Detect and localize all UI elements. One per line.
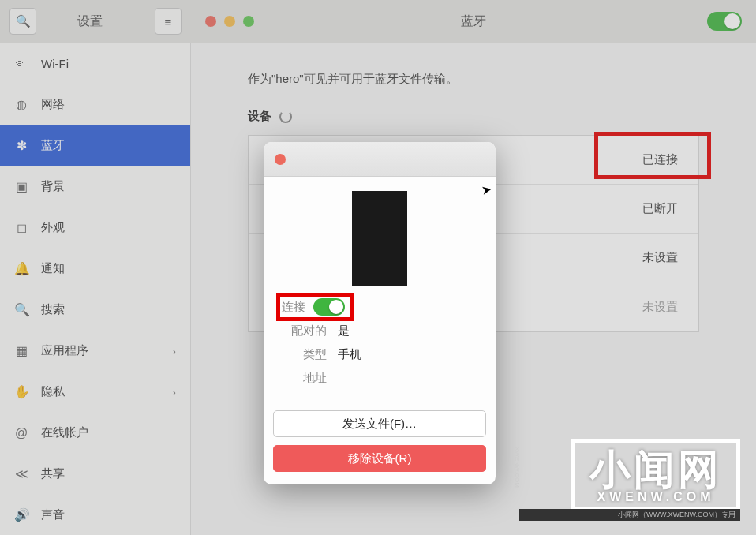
bt-icon: ✽ [14, 138, 28, 153]
settings-title: 设置 [77, 13, 103, 30]
dialog-close-button[interactable] [275, 154, 286, 165]
hand-icon: ✋ [14, 384, 28, 399]
watermark-big: 小闻网 [589, 449, 722, 490]
dialog-actions: 发送文件(F)… 移除设备(R) [264, 404, 496, 484]
devices-label: 设备 [248, 109, 271, 124]
window-controls [205, 16, 254, 27]
sidebar-item-label: 声音 [41, 507, 65, 522]
sidebar-item-globe[interactable]: ◍网络 [0, 84, 190, 125]
visibility-text: 作为"hero"可见并可用于蓝牙文件传输。 [248, 72, 699, 87]
device-status: 已断开 [642, 201, 678, 216]
sidebar: ᯤWi-Fi◍网络✽蓝牙▣背景◻外观🔔通知🔍搜索▦应用程序›✋隐私›@在线帐户≪… [0, 43, 191, 535]
sidebar-item-share[interactable]: ≪共享 [0, 454, 190, 495]
sidebar-item-at[interactable]: @在线帐户 [0, 413, 190, 454]
sidebar-item-label: 在线帐户 [41, 425, 88, 440]
headerbar-right: 蓝牙 [191, 0, 756, 43]
chevron-right-icon: › [172, 345, 176, 357]
search-button[interactable]: 🔍 [9, 8, 36, 35]
highlight-box-connect-toggle: 连接 [276, 293, 354, 321]
image-icon: ▣ [14, 179, 28, 194]
window-minimize-button[interactable] [224, 16, 235, 27]
sidebar-item-label: Wi-Fi [41, 57, 69, 70]
connect-toggle[interactable] [313, 298, 345, 316]
dialog-body: 连接 配对的 是 类型 手机 地址 [264, 177, 496, 404]
sidebar-item-label: 通知 [41, 261, 65, 276]
remove-device-button[interactable]: 移除设备(R) [273, 445, 486, 472]
sidebar-item-apps[interactable]: ▦应用程序› [0, 331, 190, 372]
sidebar-item-hand[interactable]: ✋隐私› [0, 372, 190, 413]
sidebar-item-label: 搜索 [41, 302, 65, 317]
send-file-button[interactable]: 发送文件(F)… [273, 410, 486, 437]
device-properties: 连接 配对的 是 类型 手机 地址 [276, 295, 483, 390]
device-dialog: 连接 配对的 是 类型 手机 地址 发送文件(F)… 移除设备(R) [264, 142, 496, 484]
sidebar-item-label: 网络 [41, 97, 65, 112]
appearance-icon: ◻ [14, 220, 28, 235]
sidebar-item-search[interactable]: 🔍搜索 [0, 290, 190, 331]
window-close-button[interactable] [205, 16, 216, 27]
sidebar-item-bell[interactable]: 🔔通知 [0, 249, 190, 290]
highlight-box-connected [594, 132, 711, 179]
watermark-small: XWENW.COM [589, 490, 722, 504]
toggle-knob [329, 300, 343, 314]
hamburger-icon: ≡ [165, 15, 172, 28]
sidebar-item-label: 隐私 [41, 384, 65, 399]
panel-title: 蓝牙 [461, 13, 486, 30]
paired-label: 配对的 [276, 324, 327, 339]
sound-icon: 🔊 [14, 507, 28, 522]
sidebar-item-sound[interactable]: 🔊声音 [0, 495, 190, 535]
sidebar-item-label: 蓝牙 [41, 138, 65, 153]
sidebar-item-appearance[interactable]: ◻外观 [0, 208, 190, 249]
sidebar-item-label: 外观 [41, 220, 65, 235]
apps-icon: ▦ [14, 343, 28, 358]
sidebar-item-label: 背景 [41, 179, 65, 194]
device-thumbnail [352, 191, 407, 286]
sidebar-item-bt[interactable]: ✽蓝牙 [0, 125, 190, 166]
headerbar-left: 🔍 设置 ≡ [0, 0, 191, 43]
search-icon: 🔍 [16, 14, 31, 28]
address-label: 地址 [276, 371, 327, 386]
type-label: 类型 [276, 347, 327, 362]
search-icon: 🔍 [14, 302, 28, 317]
devices-header: 设备 [248, 109, 699, 124]
device-status: 未设置 [642, 300, 678, 315]
type-value: 手机 [338, 347, 361, 362]
at-icon: @ [14, 426, 28, 440]
chevron-right-icon: › [172, 386, 176, 398]
share-icon: ≪ [14, 466, 28, 481]
dialog-header[interactable] [264, 142, 496, 177]
watermark-side: XWENW.COM [514, 447, 521, 488]
connect-label: 连接 [282, 300, 305, 315]
loading-spinner-icon [279, 110, 292, 123]
globe-icon: ◍ [14, 97, 28, 112]
menu-button[interactable]: ≡ [155, 8, 182, 35]
sidebar-item-image[interactable]: ▣背景 [0, 166, 190, 208]
sidebar-item-label: 应用程序 [41, 343, 88, 358]
paired-value: 是 [338, 324, 350, 339]
wifi-icon: ᯤ [14, 57, 28, 71]
window-maximize-button[interactable] [243, 16, 254, 27]
watermark: 小闻网 XWENW.COM [571, 439, 740, 511]
sidebar-item-wifi[interactable]: ᯤWi-Fi [0, 43, 190, 84]
bluetooth-master-toggle[interactable] [707, 12, 742, 31]
bell-icon: 🔔 [14, 261, 28, 276]
toggle-knob [724, 13, 740, 29]
sidebar-item-label: 共享 [41, 466, 65, 481]
watermark-strip: 小闻网（WWW.XWENW.COM）专用 [519, 509, 740, 521]
device-status: 未设置 [642, 250, 678, 265]
